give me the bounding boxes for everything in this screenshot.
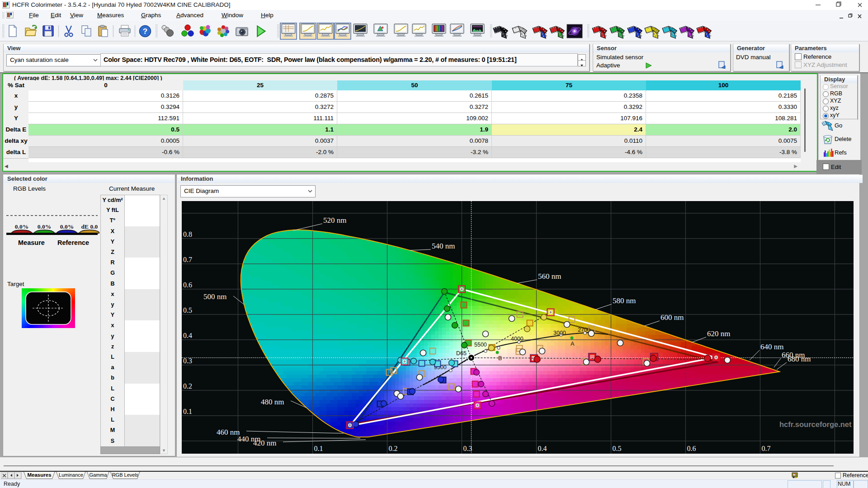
- svg-text:580 nm: 580 nm: [613, 296, 636, 305]
- svg-text:3000: 3000: [553, 330, 566, 336]
- svg-text:0.8: 0.8: [183, 230, 192, 238]
- svg-text:0.0%: 0.0%: [38, 223, 51, 230]
- svg-text:0.3: 0.3: [463, 445, 472, 452]
- svg-text:500 nm: 500 nm: [203, 292, 226, 301]
- svg-text:0.7: 0.7: [183, 256, 192, 263]
- svg-text:0.5: 0.5: [613, 445, 622, 452]
- svg-text:0.4: 0.4: [538, 445, 547, 452]
- svg-text:0.7: 0.7: [762, 445, 771, 452]
- svg-text:680 nm: 680 nm: [788, 355, 811, 363]
- svg-text:0.1: 0.1: [183, 408, 192, 415]
- svg-text:420 nm: 420 nm: [253, 439, 276, 447]
- svg-text:dE 0.0: dE 0.0: [81, 223, 98, 230]
- svg-text:620 nm: 620 nm: [707, 329, 730, 338]
- svg-text:4000: 4000: [511, 336, 524, 342]
- svg-text:600 nm: 600 nm: [660, 313, 684, 322]
- svg-text:0.5: 0.5: [183, 306, 192, 314]
- svg-text:480 nm: 480 nm: [261, 398, 284, 406]
- svg-text:5500: 5500: [474, 342, 487, 348]
- svg-text:0.1: 0.1: [314, 445, 323, 452]
- svg-text:520 nm: 520 nm: [323, 216, 346, 225]
- svg-text:hcfr.sourceforge.net: hcfr.sourceforge.net: [779, 420, 852, 428]
- svg-text:0.6: 0.6: [687, 445, 696, 452]
- svg-text:0.2: 0.2: [183, 382, 192, 390]
- svg-text:B: B: [498, 355, 502, 361]
- svg-text:0.0%: 0.0%: [60, 223, 74, 230]
- svg-text:640 nm: 640 nm: [760, 343, 783, 351]
- svg-text:0.2: 0.2: [389, 445, 398, 452]
- svg-text:0.3: 0.3: [183, 357, 192, 365]
- svg-text:0.6: 0.6: [183, 281, 192, 289]
- svg-text:460 nm: 460 nm: [217, 428, 240, 436]
- svg-text:540 nm: 540 nm: [432, 242, 455, 250]
- svg-text:0.0%: 0.0%: [15, 223, 28, 230]
- svg-text:560 nm: 560 nm: [538, 272, 561, 281]
- svg-text:D65: D65: [456, 350, 467, 357]
- svg-text:A: A: [571, 341, 575, 347]
- svg-text:0.4: 0.4: [183, 332, 192, 339]
